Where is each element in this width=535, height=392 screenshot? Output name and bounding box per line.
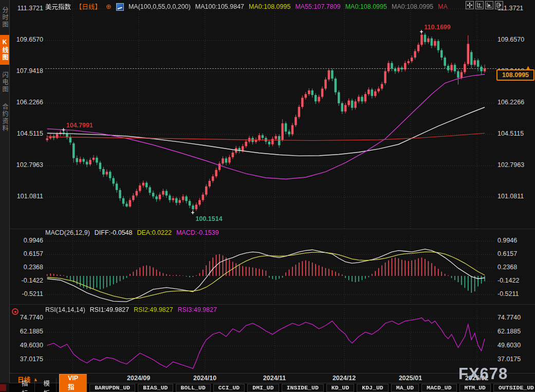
price-annotation: 104.7991 [66, 122, 93, 129]
time-axis: 日线 ▲ 2024/082024/092024/102024/112024/12… [9, 373, 535, 383]
price-annotation: 100.1514 [196, 215, 223, 222]
axis-label: 37.0175 [14, 356, 43, 363]
record-dot-icon[interactable] [12, 308, 19, 315]
axis-label: 106.2266 [497, 99, 524, 106]
sidebar-tab-闪电图[interactable]: 闪电图 [0, 68, 9, 97]
axis-label: 109.6570 [497, 36, 524, 43]
trading-app-window: 分时图K线图闪电图合约资料 美元指数【日线】⊕MA(100,0,55,0,0,2… [0, 0, 535, 392]
indicator-button-CCI_UD[interactable]: CCI_UD [213, 384, 245, 392]
toolbar-tab-模板[interactable]: 模板 [38, 378, 57, 392]
detach-window-icon[interactable] [495, 1, 503, 9]
mini-chart-icon[interactable] [116, 3, 124, 11]
diff-value: DIFF:-0.0548 [95, 229, 133, 236]
last-price-tag: 108.0995 [496, 69, 534, 81]
ma0-value-yellow: MA0:108.0995 [249, 3, 290, 10]
plus-circle-icon[interactable]: ⊕ [106, 3, 112, 10]
macd-params: MACD(26,12,9) [45, 229, 90, 236]
sidebar-tab-分时图[interactable]: 分时图 [0, 3, 9, 32]
toolbar-tab-vip[interactable]: VIP指标 [59, 374, 87, 392]
red-status-square [0, 384, 6, 391]
month-label: 2024/12 [333, 375, 356, 382]
toolbar-tab-指标[interactable]: 指标 [15, 378, 35, 392]
dea-value: DEA:0.0222 [137, 229, 171, 236]
axis-label: 0.9946 [14, 237, 43, 244]
playback-icon[interactable] [485, 1, 493, 9]
axis-label: 49.6030 [14, 342, 43, 349]
ma0-value-gray: MA0:108.0995 [392, 3, 433, 10]
axis-label: 0.2368 [14, 264, 43, 271]
indicator-button-DMI_UD[interactable]: DMI_UD [247, 384, 279, 392]
macd-panel-canvas[interactable] [45, 236, 494, 304]
axis-label: 106.2266 [14, 99, 43, 106]
price-annotation: 110.1699 [425, 24, 451, 31]
chart-title: 美元指数 [45, 2, 71, 11]
ma55-value: MA55:107.7809 [295, 3, 340, 10]
watermark-logo: FX678 [458, 365, 508, 383]
axis-label: 101.0811 [14, 193, 43, 200]
axis-label: 109.6570 [14, 36, 43, 43]
indicator-button-KDJ_UD[interactable]: KDJ_UD [357, 384, 388, 392]
axis-label: 0.2368 [497, 264, 517, 271]
indicator-button-MTM_UD[interactable]: MTM_UD [459, 384, 491, 392]
macd-value: MACD:-0.1539 [176, 229, 219, 236]
main-chart-legend: 美元指数【日线】⊕MA(100,0,55,0,0,200)MA100:105.9… [45, 2, 448, 11]
price-up-arrow-icon: ▲ [525, 64, 531, 70]
axis-label: 0.6157 [14, 250, 43, 257]
month-label: 2024/11 [263, 375, 286, 382]
axis-label: 102.7963 [497, 161, 524, 169]
month-label: 2024/10 [193, 375, 216, 382]
indicator-button-MACD_UD[interactable]: MACD_UD [421, 384, 456, 392]
rsi-panel-canvas[interactable] [45, 308, 494, 373]
ma-params: MA(100,0,55,0,0,200) [128, 3, 191, 10]
axis-label: 101.0811 [497, 193, 524, 200]
axis-label: 62.1885 [497, 328, 521, 335]
axis-label: 104.5115 [497, 130, 524, 137]
chart-toolbar [466, 1, 503, 9]
indicator-button-BARUPDN_UD[interactable]: BARUPDN_UD [89, 384, 135, 392]
extreme-cross-marker: + [420, 30, 423, 34]
rsi3-value: RSI3:49.9827 [178, 306, 217, 313]
indicator-button-MA_UD[interactable]: MA_UD [391, 384, 419, 392]
ma-truncated: MA [438, 3, 448, 10]
bottom-toolbar: 指标模板VIP指标BARUPDN_UDBIAS_UDBOLL_UDCCI_UDD… [9, 383, 535, 392]
y-axis-zoom-icon[interactable] [475, 1, 484, 9]
rsi-legend: RSI(14,14,14)RSI1:49.9827RSI2:49.9827RSI… [45, 306, 217, 313]
rsi-params: RSI(14,14,14) [45, 306, 85, 313]
chart-type-sidebar: 分时图K线图闪电图合约资料 [0, 0, 10, 383]
indicator-button-INSIDE_UD[interactable]: INSIDE_UD [282, 384, 324, 392]
price-chart-canvas[interactable] [45, 0, 494, 229]
extreme-cross-marker: + [191, 211, 195, 215]
indicator-button-KD_UD[interactable]: KD_UD [326, 384, 355, 392]
axis-label: 74.7740 [497, 314, 521, 321]
axis-label: 62.1885 [14, 328, 43, 335]
sidebar-tab-合约资料[interactable]: 合约资料 [0, 100, 9, 136]
axis-label: -0.5211 [497, 290, 519, 297]
month-label: 2024/09 [127, 375, 150, 382]
axis-label: 49.6030 [497, 342, 521, 349]
last-price-line [45, 68, 496, 69]
macd-legend: MACD(26,12,9)DIFF:-0.0548DEA:0.0222MACD:… [45, 229, 219, 236]
axis-label: -0.5211 [14, 290, 43, 297]
month-label: 2025/01 [399, 375, 422, 382]
indicator-button-BIAS_UD[interactable]: BIAS_UD [138, 384, 173, 392]
extreme-cross-marker: + [62, 128, 65, 132]
axis-label: 37.0175 [497, 356, 521, 363]
axis-label: 102.7963 [14, 161, 43, 169]
ma0-value-green: MA0:108.0995 [345, 3, 387, 10]
sidebar-tab-K线图[interactable]: K线图 [0, 35, 9, 65]
axis-label: 0.9946 [497, 237, 517, 244]
axis-label: -0.1422 [14, 277, 43, 284]
ma100-value: MA100:105.9847 [195, 3, 244, 10]
axis-label: 104.5115 [14, 130, 43, 137]
indicator-button-OUTSIDE_UD[interactable]: OUTSIDE_UD [493, 384, 535, 392]
axis-label: -0.1422 [497, 277, 519, 284]
period-tag: 【日线】 [76, 2, 101, 11]
axis-label: 74.7740 [14, 314, 43, 321]
indicator-button-BOLL_UD[interactable]: BOLL_UD [176, 384, 211, 392]
axis-label: 111.3721 [14, 5, 43, 12]
axis-label: 107.9418 [14, 67, 43, 74]
rsi2-value: RSI2:49.9827 [134, 306, 173, 313]
pan-tool-icon[interactable] [466, 1, 474, 9]
axis-label: 0.6157 [497, 250, 517, 257]
rsi1-value: RSI1:49.9827 [90, 306, 129, 313]
